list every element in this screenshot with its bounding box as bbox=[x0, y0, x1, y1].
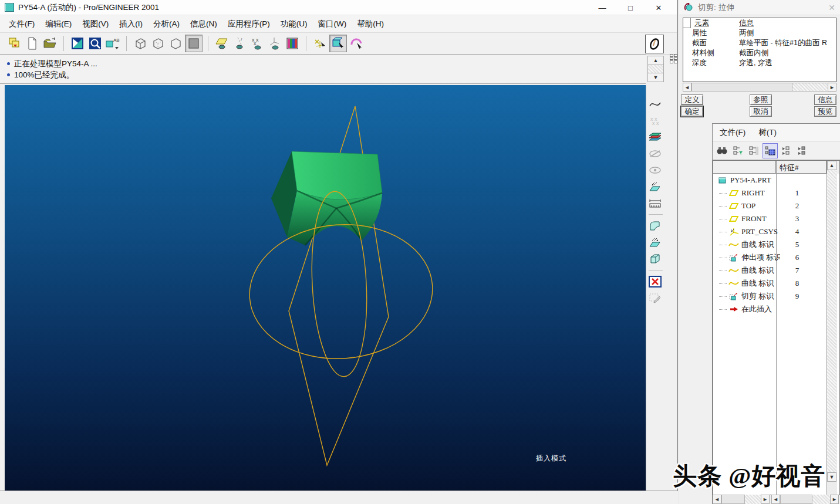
close-button[interactable]: ✕ bbox=[653, 4, 664, 12]
curve-icon bbox=[728, 268, 740, 273]
info-button[interactable]: 信息 bbox=[814, 94, 836, 105]
orient-mode-icon[interactable] bbox=[329, 35, 347, 52]
element-table[interactable]: 元素 信息 属性 两侧 截面 草绘平面 - 特征#1的曲面 R 材料侧 截面内侧… bbox=[683, 18, 836, 82]
shaded-icon[interactable] bbox=[185, 35, 203, 52]
menu-edit[interactable]: 编辑(E) bbox=[40, 16, 77, 32]
tree-item-csys[interactable]: PRT_CSYS 4 bbox=[713, 225, 839, 238]
col-info: 信息 bbox=[739, 19, 754, 27]
hidden-line-icon[interactable] bbox=[150, 35, 166, 52]
datum-axis-toggle-icon[interactable]: / bbox=[231, 35, 248, 52]
delete-icon[interactable] bbox=[646, 274, 664, 289]
datum-point-toggle-icon[interactable]: x xx bbox=[249, 35, 265, 52]
unhide-icon[interactable] bbox=[646, 163, 664, 178]
scroll-left-icon[interactable]: ◄ bbox=[683, 83, 691, 92]
csys-toggle-icon[interactable] bbox=[266, 35, 283, 52]
table-row[interactable]: 属性 两侧 bbox=[683, 28, 836, 38]
message-scrollbar[interactable]: ▲ ▼ bbox=[647, 56, 665, 83]
saved-views-icon[interactable] bbox=[348, 35, 365, 52]
tree-item-cut[interactable]: 切剪 标识 9 bbox=[713, 290, 839, 303]
menu-window[interactable]: 窗口(W) bbox=[313, 16, 352, 32]
menu-applications[interactable]: 应用程序(P) bbox=[222, 16, 275, 32]
corner-icon[interactable] bbox=[646, 251, 664, 266]
scroll-right-icon[interactable]: ► bbox=[828, 83, 836, 92]
dialog-title-bar[interactable]: 切剪: 拉伸 ✕ bbox=[679, 0, 840, 15]
expand-all-icon[interactable] bbox=[780, 144, 794, 158]
graphics-viewport[interactable]: 插入模式 bbox=[5, 85, 646, 491]
new-file-icon[interactable] bbox=[24, 35, 41, 52]
tree-item-part[interactable]: PY54-A.PRT bbox=[713, 174, 839, 187]
modify-icon[interactable] bbox=[646, 235, 664, 250]
tree-vscrollbar[interactable]: ▲ ▼ bbox=[826, 161, 837, 495]
scroll-down-icon[interactable]: ▼ bbox=[647, 73, 664, 82]
menu-file[interactable]: 文件(F) bbox=[4, 16, 40, 32]
define-button[interactable]: 定义 bbox=[681, 94, 703, 105]
datum-points-icon[interactable]: x xx x bbox=[646, 113, 664, 128]
no-hidden-icon[interactable] bbox=[167, 35, 184, 52]
tree-name-column-header[interactable] bbox=[713, 161, 776, 174]
preview-button[interactable]: 预览 bbox=[814, 106, 836, 117]
feature-column-header[interactable]: 特征# bbox=[776, 161, 826, 174]
scroll-right-icon[interactable]: ► bbox=[761, 495, 770, 504]
spin-center-icon[interactable] bbox=[312, 35, 328, 52]
redefine-icon[interactable] bbox=[646, 179, 664, 194]
tree-item-protrusion[interactable]: 伸出项 标识 6 bbox=[713, 251, 839, 264]
tree-item-top[interactable]: TOP 2 bbox=[713, 199, 839, 212]
bullet-icon bbox=[7, 62, 10, 65]
menu-help[interactable]: 帮助(H) bbox=[352, 16, 389, 32]
datum-plane-toggle-icon[interactable] bbox=[214, 35, 230, 52]
menu-utilities[interactable]: 功能(U) bbox=[275, 16, 313, 32]
tree-item-right[interactable]: RIGHT 1 bbox=[713, 187, 839, 199]
title-bar[interactable]: PY54-A (活动的) - Pro/ENGINEER 2001 — □ ✕ bbox=[0, 0, 677, 15]
references-button[interactable]: 参照 bbox=[750, 94, 772, 105]
menu-view[interactable]: 视图(V) bbox=[77, 16, 114, 32]
ok-button[interactable]: 确定 bbox=[681, 106, 703, 117]
model-tree[interactable]: 特征# PY54-A.PRT RIGHT 1 bbox=[713, 160, 840, 495]
tree-item-insert-here[interactable]: 在此插入 bbox=[713, 303, 839, 316]
hide-icon[interactable] bbox=[646, 146, 664, 161]
cancel-button[interactable]: 取消 bbox=[750, 106, 772, 117]
measure-icon[interactable] bbox=[646, 195, 664, 211]
scroll-left-icon[interactable]: ◄ bbox=[713, 495, 721, 504]
tree-filter-icon[interactable] bbox=[731, 144, 745, 158]
table-hscrollbar[interactable]: ◄ ► bbox=[683, 83, 836, 92]
model-colors-icon[interactable] bbox=[284, 35, 301, 52]
tree-columns-icon[interactable] bbox=[747, 144, 761, 158]
zoom-refit-icon[interactable] bbox=[87, 35, 103, 52]
collapse-all-icon[interactable] bbox=[795, 144, 809, 158]
repaint-icon[interactable] bbox=[69, 35, 86, 52]
scroll-down-icon[interactable]: ▼ bbox=[827, 472, 836, 482]
tree-menu-file[interactable]: 文件(F) bbox=[720, 127, 745, 138]
table-row[interactable]: 截面 草绘平面 - 特征#1的曲面 R bbox=[683, 38, 836, 48]
wireframe-icon[interactable] bbox=[132, 35, 149, 52]
model-windows-icon[interactable] bbox=[6, 35, 23, 52]
toolbar-handle-icon[interactable] bbox=[670, 54, 677, 63]
tree-hscrollbar-right[interactable]: ◄ ► bbox=[771, 495, 839, 504]
scroll-right-icon[interactable]: ► bbox=[830, 495, 839, 504]
minimize-button[interactable]: — bbox=[597, 4, 608, 12]
layers-icon[interactable] bbox=[646, 130, 664, 145]
curve-icon[interactable] bbox=[646, 97, 664, 112]
find-binoculars-icon[interactable] bbox=[715, 144, 729, 158]
scroll-up-icon[interactable]: ▲ bbox=[647, 56, 664, 65]
datum-display-icon[interactable]: AB bbox=[104, 35, 121, 52]
info-pen-icon[interactable] bbox=[645, 35, 664, 53]
tree-item-curve[interactable]: 曲线 标识 7 bbox=[713, 264, 839, 277]
menu-analysis[interactable]: 分析(A) bbox=[148, 16, 185, 32]
tree-menu-tree[interactable]: 树(T) bbox=[758, 127, 777, 138]
scroll-up-icon[interactable]: ▲ bbox=[827, 161, 836, 170]
table-row[interactable]: 深度 穿透, 穿透 bbox=[683, 58, 836, 68]
table-row[interactable]: 材料侧 截面内侧 bbox=[683, 48, 836, 58]
tree-item-front[interactable]: FRONT 3 bbox=[713, 212, 839, 225]
tree-hscrollbar-left[interactable]: ◄ ► bbox=[713, 495, 770, 504]
tree-style-icon[interactable] bbox=[763, 143, 778, 158]
menu-info[interactable]: 信息(N) bbox=[185, 16, 222, 32]
open-file-icon[interactable] bbox=[42, 35, 58, 52]
tree-item-curve[interactable]: 曲线 标识 5 bbox=[713, 238, 839, 251]
dialog-close-icon[interactable]: ✕ bbox=[828, 3, 835, 12]
tree-item-curve[interactable]: 曲线 标识 8 bbox=[713, 277, 839, 290]
surface-icon[interactable] bbox=[646, 218, 664, 234]
sketch-icon[interactable] bbox=[646, 290, 664, 306]
menu-insert[interactable]: 插入(I) bbox=[114, 16, 148, 32]
maximize-button[interactable]: □ bbox=[625, 4, 636, 12]
scroll-left-icon[interactable]: ◄ bbox=[771, 495, 780, 504]
